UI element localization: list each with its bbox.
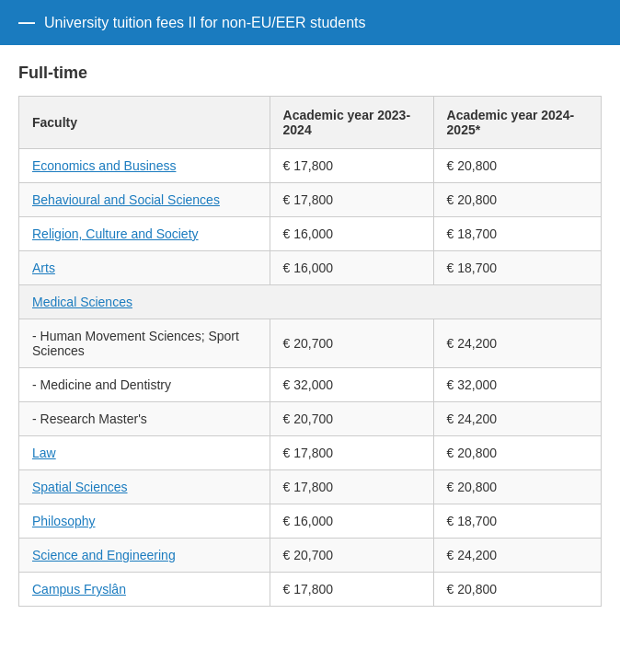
- faculty-link[interactable]: Spatial Sciences: [32, 480, 128, 494]
- table-row: Campus Fryslân€ 17,800€ 20,800: [19, 573, 602, 607]
- year-2024-cell: € 20,800: [433, 436, 601, 470]
- faculty-link[interactable]: Economics and Business: [32, 158, 176, 173]
- table-row: - Medicine and Dentistry€ 32,000€ 32,000: [19, 368, 602, 402]
- header-dash: —: [18, 13, 35, 32]
- year-2024-cell: € 18,700: [433, 504, 601, 539]
- year-2024-cell: € 18,700: [433, 217, 601, 251]
- year-2023-cell: € 20,700: [270, 402, 433, 436]
- faculty-cell: Behavioural and Social Sciences: [19, 183, 270, 217]
- year-2024-cell: € 32,000: [433, 368, 601, 402]
- year-2024-cell: € 24,200: [433, 402, 601, 436]
- table-row: Medical Sciences: [19, 285, 602, 319]
- tuition-table: Faculty Academic year 2023-2024 Academic…: [18, 96, 602, 607]
- faculty-cell: Law: [19, 436, 270, 470]
- faculty-category-link[interactable]: Medical Sciences: [32, 295, 132, 309]
- year-2023-cell: € 32,000: [270, 368, 433, 402]
- section-title: Full-time: [18, 64, 602, 83]
- col-header-faculty: Faculty: [19, 97, 270, 149]
- table-row: - Research Master's€ 20,700€ 24,200: [19, 402, 602, 436]
- year-2023-cell: € 16,000: [270, 504, 433, 539]
- faculty-cell: Economics and Business: [19, 149, 270, 183]
- header-title: University tuition fees II for non-EU/EE…: [44, 15, 365, 31]
- table-row: Law€ 17,800€ 20,800: [19, 436, 602, 470]
- content-area: Full-time Faculty Academic year 2023-202…: [0, 45, 620, 625]
- year-2023-cell: € 17,800: [270, 573, 433, 607]
- year-2023-cell: € 20,700: [270, 319, 433, 368]
- faculty-category-cell: Medical Sciences: [19, 285, 602, 319]
- faculty-cell: Campus Fryslân: [19, 573, 270, 607]
- table-row: - Human Movement Sciences; Sport Science…: [19, 319, 602, 368]
- table-row: Economics and Business€ 17,800€ 20,800: [19, 149, 602, 183]
- faculty-cell: Philosophy: [19, 504, 270, 539]
- table-row: Philosophy€ 16,000€ 18,700: [19, 504, 602, 539]
- year-2024-cell: € 24,200: [433, 319, 601, 368]
- table-row: Arts€ 16,000€ 18,700: [19, 251, 602, 285]
- faculty-link[interactable]: Law: [32, 446, 56, 460]
- year-2023-cell: € 17,800: [270, 436, 433, 470]
- year-2024-cell: € 20,800: [433, 573, 601, 607]
- faculty-link[interactable]: Campus Fryslân: [32, 582, 126, 597]
- table-row: Spatial Sciences€ 17,800€ 20,800: [19, 470, 602, 504]
- faculty-link[interactable]: Behavioural and Social Sciences: [32, 192, 220, 207]
- faculty-cell: - Medicine and Dentistry: [19, 368, 270, 402]
- year-2023-cell: € 16,000: [270, 217, 433, 251]
- year-2023-cell: € 17,800: [270, 470, 433, 504]
- table-row: Behavioural and Social Sciences€ 17,800€…: [19, 183, 602, 217]
- faculty-cell: Religion, Culture and Society: [19, 217, 270, 251]
- table-row: Science and Engineering€ 20,700€ 24,200: [19, 539, 602, 573]
- faculty-cell: Science and Engineering: [19, 539, 270, 573]
- faculty-cell: - Human Movement Sciences; Sport Science…: [19, 319, 270, 368]
- year-2024-cell: € 20,800: [433, 470, 601, 504]
- faculty-link[interactable]: Science and Engineering: [32, 548, 176, 562]
- year-2024-cell: € 18,700: [433, 251, 601, 285]
- faculty-link[interactable]: Philosophy: [32, 514, 96, 528]
- faculty-cell: Spatial Sciences: [19, 470, 270, 504]
- year-2023-cell: € 17,800: [270, 183, 433, 217]
- header-bar: — University tuition fees II for non-EU/…: [0, 0, 620, 45]
- faculty-link[interactable]: Arts: [32, 261, 55, 275]
- year-2024-cell: € 20,800: [433, 149, 601, 183]
- col-header-2024: Academic year 2024-2025*: [433, 97, 601, 149]
- year-2024-cell: € 20,800: [433, 183, 601, 217]
- year-2023-cell: € 16,000: [270, 251, 433, 285]
- year-2024-cell: € 24,200: [433, 539, 601, 573]
- table-row: Religion, Culture and Society€ 16,000€ 1…: [19, 217, 602, 251]
- faculty-link[interactable]: Religion, Culture and Society: [32, 226, 199, 241]
- col-header-2023: Academic year 2023-2024: [270, 97, 433, 149]
- faculty-cell: - Research Master's: [19, 402, 270, 436]
- year-2023-cell: € 17,800: [270, 149, 433, 183]
- faculty-cell: Arts: [19, 251, 270, 285]
- table-header-row: Faculty Academic year 2023-2024 Academic…: [19, 97, 602, 149]
- year-2023-cell: € 20,700: [270, 539, 433, 573]
